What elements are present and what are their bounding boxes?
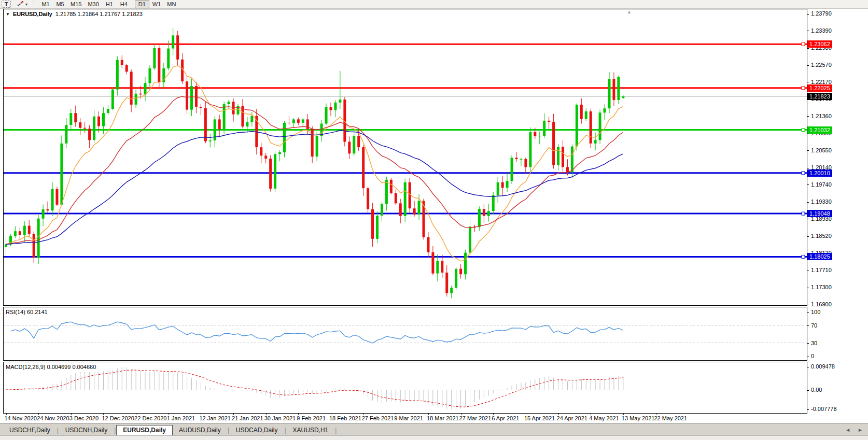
line-price-label: 1.19048 bbox=[807, 210, 832, 217]
symbol-dropdown-caret-icon[interactable]: ▼ bbox=[6, 12, 10, 17]
axis-tick: 1.23790 bbox=[807, 10, 832, 17]
date-label: 9 Mar 2021 bbox=[394, 415, 423, 421]
macd-panel[interactable]: MACD(12,26,9) 0.004699 0.004660 bbox=[3, 362, 807, 414]
date-label: 14 Nov 2020 bbox=[5, 415, 37, 421]
tab-bar: USDCHF,Daily | USDCNH,Daily | EURUSD,Dai… bbox=[0, 423, 868, 435]
line-price-label: 1.18025 bbox=[807, 253, 832, 260]
axis-tick: 1.22980 bbox=[807, 44, 832, 51]
date-label: 3 Dec 2020 bbox=[69, 415, 99, 421]
tab-usdcnh-daily[interactable]: USDCNH,Daily bbox=[59, 425, 114, 435]
date-label: 15 Apr 2021 bbox=[524, 415, 555, 421]
timeframe-button-m5[interactable]: M5 bbox=[53, 0, 67, 8]
chart-title: ▼ EURUSD,Daily 1.21785 1.21864 1.21767 1… bbox=[6, 11, 143, 17]
tab-eurusd-daily[interactable]: EURUSD,Daily bbox=[116, 425, 173, 435]
date-label: 18 Mar 2021 bbox=[427, 415, 459, 421]
chart-ohlc-values: 1.21785 1.21864 1.21767 1.21823 bbox=[55, 11, 143, 17]
timeframe-button-mn[interactable]: MN bbox=[164, 0, 179, 8]
rsi-svg[interactable] bbox=[4, 307, 807, 360]
axis-tick: 1.21360 bbox=[807, 112, 832, 120]
axis-tick: 1.19330 bbox=[807, 198, 832, 205]
date-label: 22 Dec 2020 bbox=[134, 415, 166, 421]
axis-tick: 1.19740 bbox=[807, 181, 832, 188]
candles-layer bbox=[5, 28, 624, 298]
axis-tick: 1.21760 bbox=[807, 95, 832, 103]
date-label: 27 Feb 2021 bbox=[362, 415, 394, 421]
timeframe-button-m15[interactable]: M15 bbox=[67, 0, 85, 8]
axis-tick: 1.22170 bbox=[807, 78, 832, 86]
timeframe-button-d1[interactable]: D1 bbox=[135, 0, 149, 8]
main-chart-svg[interactable] bbox=[4, 9, 807, 305]
axis-tick: 1.17300 bbox=[807, 283, 832, 291]
toolbar-separator bbox=[133, 1, 133, 8]
date-label: 30 Jan 2021 bbox=[264, 415, 296, 421]
date-label: 13 May 2021 bbox=[622, 415, 655, 421]
main-chart-panel[interactable]: ▼ EURUSD,Daily 1.21785 1.21864 1.21767 1… bbox=[3, 9, 807, 306]
axis-tick: 30 bbox=[807, 339, 817, 347]
tab-usdcad-daily[interactable]: USDCAD,Daily bbox=[230, 425, 284, 435]
app-window: T ▾ M1 M5 M15 M30 H1 H4 D1 W1 MN ▼ EURUS… bbox=[0, 0, 868, 440]
chart-symbol-label: EURUSD,Daily bbox=[13, 11, 52, 17]
axis-tick: 100 bbox=[807, 308, 820, 316]
tab-xauusd-h1[interactable]: XAUUSD,H1 bbox=[287, 425, 335, 435]
chart-shift-marker[interactable]: ▲ bbox=[627, 9, 632, 15]
axis-tick: 1.22570 bbox=[807, 61, 832, 68]
date-label: 27 Mar 2021 bbox=[459, 415, 492, 421]
axis-tick: 1.20140 bbox=[807, 164, 832, 171]
axis-tick: -0.007778 bbox=[807, 405, 837, 413]
axis-tick: 1.18120 bbox=[807, 249, 832, 257]
tab-scroll-right-icon[interactable]: ► bbox=[858, 427, 863, 433]
date-label: 12 Dec 2020 bbox=[102, 415, 134, 421]
axis-tick: 1.18520 bbox=[807, 232, 832, 239]
axis-tick: 1.17710 bbox=[807, 266, 832, 274]
line-price-label: 1.22025 bbox=[807, 84, 832, 92]
arrows-dropdown-caret-icon[interactable]: ▾ bbox=[25, 2, 27, 7]
tab-separator: | bbox=[334, 427, 337, 435]
timeframe-button-m30[interactable]: M30 bbox=[85, 0, 102, 8]
macd-label: MACD(12,26,9) 0.004699 0.004660 bbox=[6, 364, 96, 370]
axis-tick: 0.009478 bbox=[807, 363, 835, 370]
text-tool-button[interactable]: T bbox=[2, 1, 11, 8]
axis-tick: 1.20550 bbox=[807, 147, 832, 154]
arrows-tool-icon bbox=[17, 1, 24, 8]
arrows-tool-button[interactable]: ▾ bbox=[14, 0, 31, 8]
axis-tick: 1.18930 bbox=[807, 215, 832, 222]
rsi-label: RSI(14) 60.2141 bbox=[6, 309, 48, 315]
date-label: 18 Feb 2021 bbox=[329, 415, 361, 421]
line-price-label: 1.23062 bbox=[807, 40, 832, 48]
date-label: 1 Jan 2021 bbox=[167, 415, 195, 421]
line-price-label: 1.20010 bbox=[807, 169, 832, 177]
axis-tick: 1.23390 bbox=[807, 27, 832, 34]
axis-tick: 1.20950 bbox=[807, 130, 832, 137]
axis-tick: 1.16900 bbox=[807, 301, 832, 308]
date-label: 24 Nov 2020 bbox=[37, 415, 69, 421]
tab-audusd-daily[interactable]: AUDUSD,Daily bbox=[173, 425, 227, 435]
date-label: 12 Jan 2021 bbox=[199, 415, 231, 421]
date-label: 4 May 2021 bbox=[589, 415, 619, 421]
tab-scroll-left-icon[interactable]: ◄ bbox=[845, 427, 850, 433]
timeframe-button-h4[interactable]: H4 bbox=[117, 0, 131, 8]
date-label: 21 Jan 2021 bbox=[232, 415, 263, 421]
date-label: 24 Apr 2021 bbox=[557, 415, 587, 421]
date-axis[interactable]: 14 Nov 202024 Nov 20203 Dec 202012 Dec 2… bbox=[4, 414, 807, 423]
date-label: 9 Feb 2021 bbox=[297, 415, 326, 421]
timeframe-button-h1[interactable]: H1 bbox=[102, 0, 117, 8]
toolbar-grip[interactable] bbox=[33, 1, 35, 7]
current-price-label: 1.21823 bbox=[807, 93, 832, 100]
timeframe-button-m1[interactable]: M1 bbox=[38, 0, 53, 8]
date-label: 22 May 2021 bbox=[654, 415, 688, 421]
macd-svg[interactable] bbox=[4, 362, 807, 413]
timeframe-button-w1[interactable]: W1 bbox=[149, 0, 164, 8]
axis-tick: 70 bbox=[807, 322, 817, 329]
rsi-panel[interactable]: RSI(14) 60.2141 bbox=[3, 307, 807, 361]
status-bar bbox=[0, 435, 868, 440]
axis-tick: 0 bbox=[807, 352, 814, 360]
tab-usdchf-daily[interactable]: USDCHF,Daily bbox=[3, 425, 57, 435]
axis-tick: 0.00 bbox=[807, 386, 822, 393]
toolbar: T ▾ M1 M5 M15 M30 H1 H4 D1 W1 MN bbox=[0, 0, 868, 9]
line-price-label: 1.21032 bbox=[807, 126, 832, 134]
date-label: 6 Apr 2021 bbox=[492, 415, 519, 421]
